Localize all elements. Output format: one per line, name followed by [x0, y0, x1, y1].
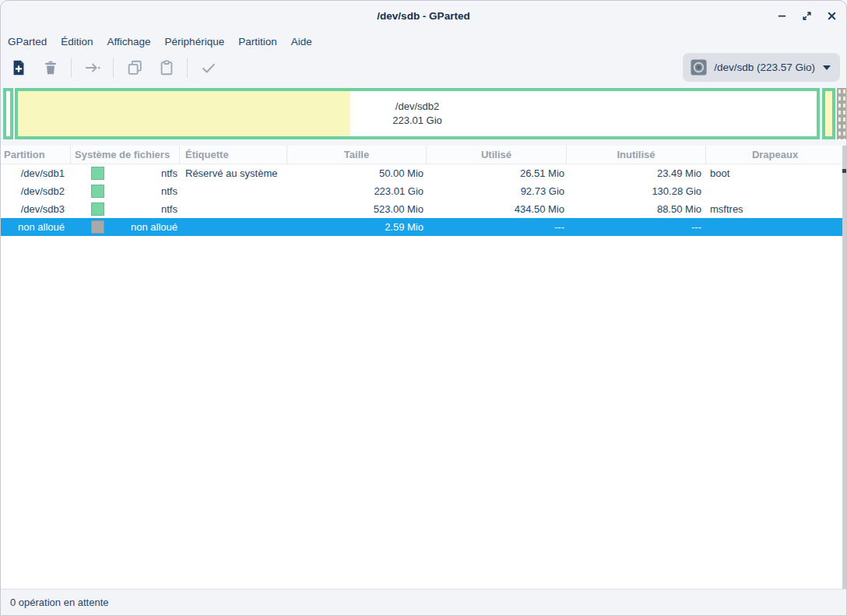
- copy-button[interactable]: [118, 53, 150, 83]
- cell-partition: non alloué: [1, 218, 71, 236]
- cell-flags: [706, 218, 844, 236]
- cell-label: [180, 200, 287, 218]
- cell-partition: /dev/sdb3: [1, 200, 71, 218]
- menu-item-aide[interactable]: Aide: [290, 34, 313, 49]
- filesystem-name: ntfs: [104, 200, 180, 218]
- cell-used: 26.51 Mio: [427, 164, 567, 182]
- filesystem-name: ntfs: [104, 164, 180, 182]
- cell-filesystem: ntfs: [71, 200, 180, 218]
- table-row[interactable]: /dev/sdb3ntfs523.00 Mio434.50 Mio88.50 M…: [1, 200, 846, 218]
- column-header-size[interactable]: Taille: [287, 146, 427, 164]
- minimize-button[interactable]: [773, 9, 790, 26]
- menu-item-affichage[interactable]: Affichage: [107, 34, 152, 49]
- menu-item-partition[interactable]: Partition: [237, 34, 278, 49]
- viz-segment-dev-sdb1[interactable]: [3, 88, 13, 139]
- menu-item-peripherique[interactable]: Périphérique: [164, 34, 226, 49]
- viz-segment-dev-sdb2[interactable]: /dev/sdb2223.01 Gio: [15, 88, 820, 139]
- filesystem-color-swatch: [91, 220, 104, 234]
- menu-item-gparted[interactable]: GParted: [7, 34, 47, 49]
- apply-button[interactable]: [192, 53, 224, 83]
- pending-operations-text: 0 opération en attente: [10, 597, 109, 608]
- cell-size: 2.59 Mio: [287, 218, 427, 236]
- cell-used: 434.50 Mio: [427, 200, 567, 218]
- toolbar-separator: [187, 58, 188, 78]
- viz-used-fill: [825, 91, 832, 136]
- table-row[interactable]: /dev/sdb1ntfsRéservé au système50.00 Mio…: [1, 164, 846, 182]
- viz-label-size: 223.01 Gio: [18, 114, 817, 128]
- cell-size: 523.00 Mio: [287, 200, 427, 218]
- resize-move-button[interactable]: [76, 53, 108, 83]
- harddisk-icon: [690, 58, 708, 76]
- maximize-button[interactable]: [798, 9, 815, 26]
- gparted-window: { "window": { "title": "/dev/sdb - GPart…: [0, 0, 847, 616]
- toolbar: /dev/sdb (223.57 Gio): [1, 51, 846, 85]
- cell-label: [180, 182, 287, 200]
- cell-unused: 88.50 Mio: [567, 200, 706, 218]
- cell-label: [180, 218, 287, 236]
- window-controls: [773, 9, 840, 26]
- chevron-down-icon: [823, 65, 831, 70]
- cell-filesystem: non alloué: [71, 218, 180, 236]
- cell-size: 50.00 Mio: [287, 164, 427, 182]
- filesystem-name: non alloué: [104, 218, 180, 236]
- viz-label-device: /dev/sdb2: [18, 100, 817, 114]
- minimize-icon: [776, 10, 788, 24]
- filesystem-color-swatch: [91, 167, 104, 180]
- cell-used: 92.73 Gio: [427, 182, 567, 200]
- resize-move-icon: [84, 59, 101, 76]
- window-title: /dev/sdb - GParted: [1, 10, 846, 22]
- device-selector-value: /dev/sdb (223.57 Gio): [714, 62, 815, 73]
- viz-segment-dev-sdb3[interactable]: [822, 88, 835, 139]
- toolbar-separator: [113, 58, 114, 78]
- cell-unused: 130.28 Gio: [567, 182, 706, 200]
- paste-button[interactable]: [150, 53, 182, 83]
- table-row[interactable]: /dev/sdb2ntfs223.01 Gio92.73 Gio130.28 G…: [1, 182, 846, 200]
- status-bar: 0 opération en attente: [1, 589, 846, 615]
- new-partition-button[interactable]: [2, 53, 34, 83]
- column-header-used[interactable]: Utilisé: [427, 146, 567, 164]
- column-header-fs[interactable]: Système de fichiers: [71, 146, 180, 164]
- cell-filesystem: ntfs: [71, 182, 180, 200]
- copy-icon: [126, 59, 143, 76]
- cell-partition: /dev/sdb1: [1, 164, 71, 182]
- column-header-label[interactable]: Étiquette: [180, 146, 287, 164]
- device-selector[interactable]: /dev/sdb (223.57 Gio): [683, 53, 840, 82]
- cell-unused: ---: [567, 218, 706, 236]
- filesystem-color-swatch: [91, 185, 104, 198]
- filesystem-color-swatch: [91, 202, 104, 216]
- table-row[interactable]: non allouénon alloué2.59 Mio------: [1, 218, 846, 236]
- paste-icon: [158, 59, 175, 76]
- title-bar: /dev/sdb - GParted: [1, 1, 846, 32]
- cell-flags: msftres: [706, 200, 844, 218]
- delete-partition-button[interactable]: [34, 53, 66, 83]
- vertical-scrollbar[interactable]: [842, 146, 846, 589]
- table-body: /dev/sdb1ntfsRéservé au système50.00 Mio…: [1, 164, 846, 236]
- delete-partition-icon: [42, 59, 59, 76]
- menu-bar: GPartedÉditionAffichagePériphériqueParti…: [1, 32, 846, 51]
- table-header: PartitionSystème de fichiersÉtiquetteTai…: [1, 146, 846, 164]
- menu-item-edition[interactable]: Édition: [60, 34, 93, 49]
- cell-partition: /dev/sdb2: [1, 182, 71, 200]
- scrollbar-thumb[interactable]: [842, 169, 846, 173]
- cell-used: ---: [427, 218, 567, 236]
- filesystem-name: ntfs: [104, 182, 180, 200]
- column-header-unused[interactable]: Inutilisé: [567, 146, 706, 164]
- cell-unused: 23.49 Mio: [567, 164, 706, 182]
- column-header-partition[interactable]: Partition: [1, 146, 71, 164]
- cell-filesystem: ntfs: [71, 164, 180, 182]
- partition-visualization: /dev/sdb2223.01 Gio: [1, 85, 846, 146]
- partition-table: PartitionSystème de fichiersÉtiquetteTai…: [1, 146, 846, 589]
- column-header-flags[interactable]: Drapeaux: [706, 146, 844, 164]
- close-icon: [826, 10, 838, 24]
- toolbar-buttons: [2, 53, 224, 83]
- apply-icon: [200, 59, 217, 76]
- cell-size: 223.01 Gio: [287, 182, 427, 200]
- maximize-icon: [801, 10, 813, 24]
- cell-flags: boot: [706, 164, 844, 182]
- close-button[interactable]: [823, 9, 840, 26]
- cell-flags: [706, 182, 844, 200]
- cell-label: Réservé au système: [180, 164, 287, 182]
- toolbar-separator: [71, 58, 72, 78]
- new-partition-icon: [10, 59, 27, 76]
- viz-segment-unallocated[interactable]: [837, 88, 847, 139]
